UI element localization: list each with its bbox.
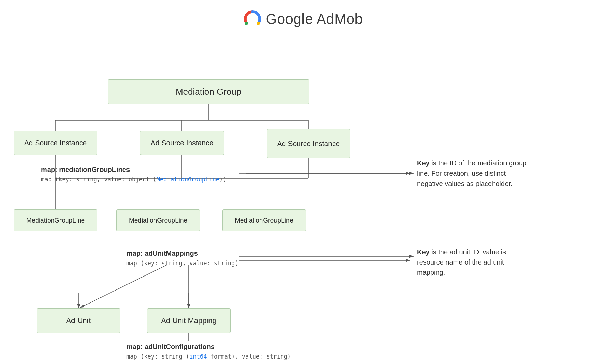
ad-source-instance-1-box: Ad Source Instance — [14, 131, 97, 155]
ad-unit-mapping-box: Ad Unit Mapping — [147, 308, 231, 333]
admob-logo-icon — [243, 10, 261, 28]
mediation-group-line-1-box: MediationGroupLine — [14, 209, 97, 231]
map-mediation-lines-label: map: mediationGroupLines map (key: strin… — [41, 165, 226, 184]
ad-source-instance-2-box: Ad Source Instance — [140, 131, 224, 155]
mediation-group-line-3-box: MediationGroupLine — [222, 209, 306, 231]
svg-point-1 — [257, 22, 260, 25]
ad-source-instance-3-box: Ad Source Instance — [267, 129, 350, 158]
key-note-1: Key is the ID of the mediation group lin… — [417, 158, 533, 189]
map-ad-unit-mappings-label: map: adUnitMappings map (key: string, va… — [126, 248, 239, 268]
key-note-2: Key is the ad unit ID, value is resource… — [417, 247, 533, 278]
diagram-area: Mediation Group Ad Source Instance Ad So… — [0, 35, 606, 364]
mediation-group-box: Mediation Group — [108, 79, 309, 104]
svg-line-25 — [80, 265, 167, 308]
svg-point-2 — [245, 22, 248, 25]
map-ad-unit-configs-label: map: adUnitConfigurations map (key: stri… — [126, 342, 291, 361]
page-header: Google AdMob — [0, 0, 606, 35]
page-title: Google AdMob — [266, 11, 363, 27]
ad-unit-box: Ad Unit — [37, 308, 120, 333]
mediation-group-line-2-box: MediationGroupLine — [116, 209, 200, 231]
